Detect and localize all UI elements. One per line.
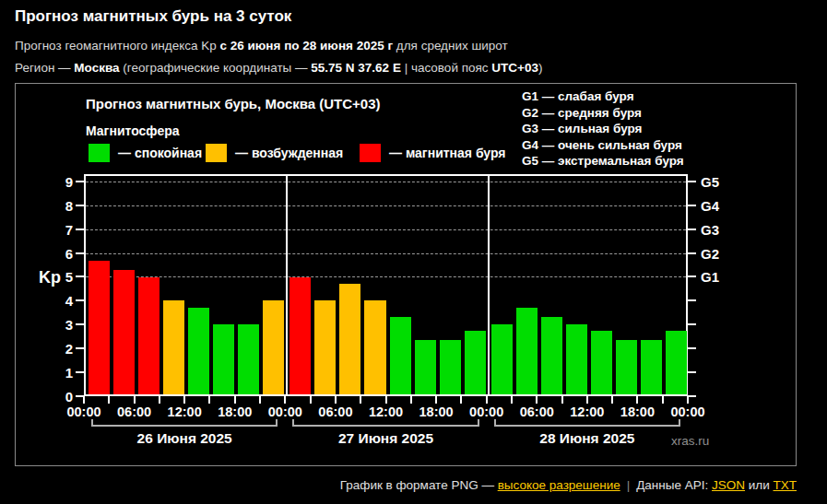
- right-axis-tick: [688, 395, 696, 397]
- y-axis-tick: [76, 299, 84, 301]
- y-axis-tick-label: 5: [47, 269, 73, 285]
- day-group: [287, 176, 488, 394]
- g-level-label: G2: [701, 245, 719, 261]
- hour-label: 12:00: [369, 404, 403, 419]
- legend-label-storm: — магнитная буря: [389, 146, 506, 160]
- y-axis-tick: [76, 371, 84, 373]
- hour-label: 18:00: [218, 404, 252, 419]
- x-axis-tick: [83, 396, 85, 404]
- plot-area: [84, 174, 688, 396]
- x-axis-tick: [486, 396, 488, 404]
- kp-bar: [339, 284, 360, 394]
- region-line: Регион — Москва (географические координа…: [15, 61, 812, 75]
- kp-bar: [263, 300, 284, 394]
- y-axis-tick-label: 8: [47, 197, 73, 213]
- txt-link[interactable]: TXT: [774, 478, 797, 492]
- day-group: [489, 176, 690, 394]
- hour-label: 18:00: [620, 404, 655, 419]
- g-level-label: G3: [701, 221, 719, 237]
- x-axis-tick: [183, 396, 185, 404]
- kp-bar: [188, 308, 209, 394]
- x-axis-tick: [536, 396, 538, 404]
- kp-bar: [465, 331, 486, 394]
- hour-label: 06:00: [117, 404, 151, 419]
- hour-label: 18:00: [419, 404, 454, 419]
- y-axis-tick: [76, 229, 84, 230]
- kp-bar: [566, 324, 587, 394]
- region-mid: (географические координаты —: [120, 61, 312, 75]
- legend-item-quiet: — спокойная: [89, 143, 202, 162]
- x-axis-tick: [208, 396, 210, 404]
- y-axis-tick: [76, 205, 84, 206]
- y-axis-tick-label: 9: [47, 173, 73, 189]
- hour-label: 00:00: [66, 404, 100, 419]
- legend-label-quiet: — спокойная: [118, 146, 202, 160]
- x-axis-tick: [159, 396, 160, 404]
- day-separator-line: [488, 176, 490, 394]
- hour-label: 00:00: [268, 404, 302, 419]
- x-axis-tick: [284, 396, 286, 404]
- g-level-label: G4: [701, 197, 719, 213]
- date-label: 28 Июня 2025: [539, 430, 634, 447]
- x-axis-tick: [234, 396, 236, 404]
- g-level-label: G1: [701, 269, 719, 285]
- y-axis-tick: [76, 347, 84, 349]
- watermark: xras.ru: [671, 434, 709, 448]
- kp-bar: [591, 331, 612, 394]
- region-coords: 55.75 N 37.62 E: [311, 61, 401, 75]
- storm-scale-g2: G2 — средняя буря: [522, 105, 684, 122]
- day-bracket: [91, 419, 278, 427]
- y-axis-tick-label: 0: [47, 389, 73, 404]
- x-axis-tick: [335, 396, 337, 404]
- region-suffix: ): [538, 61, 543, 75]
- y-axis-tick: [76, 181, 84, 182]
- x-axis-tick: [435, 396, 437, 404]
- api-label: Данные API:: [636, 478, 712, 492]
- storm-color-swatch: [360, 144, 381, 162]
- kp-bar: [163, 300, 184, 394]
- day-bracket: [292, 419, 478, 427]
- x-axis-tick: [134, 396, 136, 404]
- x-axis-tick: [460, 396, 462, 404]
- hour-label: 06:00: [520, 404, 554, 419]
- date-label: 27 Июня 2025: [338, 430, 433, 447]
- y-axis-tick-label: 4: [47, 293, 73, 309]
- or-label: или: [745, 478, 773, 492]
- hour-label: 00:00: [469, 404, 503, 419]
- kp-bar: [641, 340, 662, 394]
- high-resolution-link[interactable]: высокое разрешение: [498, 478, 620, 492]
- x-axis-tick: [410, 396, 412, 404]
- y-axis-tick-label: 1: [47, 365, 73, 381]
- storm-scale-g4: G4 — очень сильная буря: [522, 137, 684, 154]
- region-tz-label: | часовой пояс: [401, 61, 491, 75]
- subtitle-dates: с 26 июня по 28 июня 2025 г: [220, 39, 394, 53]
- hour-label: 00:00: [670, 404, 704, 419]
- region-tz: UTC+03: [491, 61, 538, 75]
- x-axis-tick: [687, 396, 689, 404]
- legend-item-excited: — возбужденная: [206, 143, 343, 162]
- x-axis-tick: [586, 396, 588, 404]
- json-link[interactable]: JSON: [712, 478, 745, 492]
- y-axis-tick-label: 7: [47, 221, 73, 237]
- hour-label: 06:00: [318, 404, 352, 419]
- kp-bar: [541, 317, 562, 394]
- kp-bar: [666, 331, 687, 394]
- x-axis-tick: [662, 396, 664, 404]
- day-group: [86, 176, 287, 394]
- kp-bar: [213, 324, 234, 394]
- hour-label: 12:00: [570, 404, 604, 419]
- legend-item-storm: — магнитная буря: [360, 143, 506, 162]
- date-label: 26 Июня 2025: [137, 430, 232, 447]
- y-axis-tick: [76, 323, 84, 325]
- legend-title: Магнитосфера: [86, 123, 180, 138]
- g-level-label: G5: [701, 173, 719, 189]
- kp-bar-chart: Kp 0123456789G1G2G3G4G500:0006:0012:0018…: [84, 174, 688, 396]
- kp-bar: [113, 270, 135, 394]
- kp-bar: [138, 277, 159, 394]
- storm-scale-g3: G3 — сильная буря: [522, 121, 684, 137]
- x-axis-tick: [108, 396, 110, 404]
- png-format-label: График в формате PNG —: [340, 478, 498, 492]
- y-axis-tick: [76, 275, 84, 277]
- kp-bar: [415, 340, 436, 394]
- x-axis-tick: [561, 396, 563, 404]
